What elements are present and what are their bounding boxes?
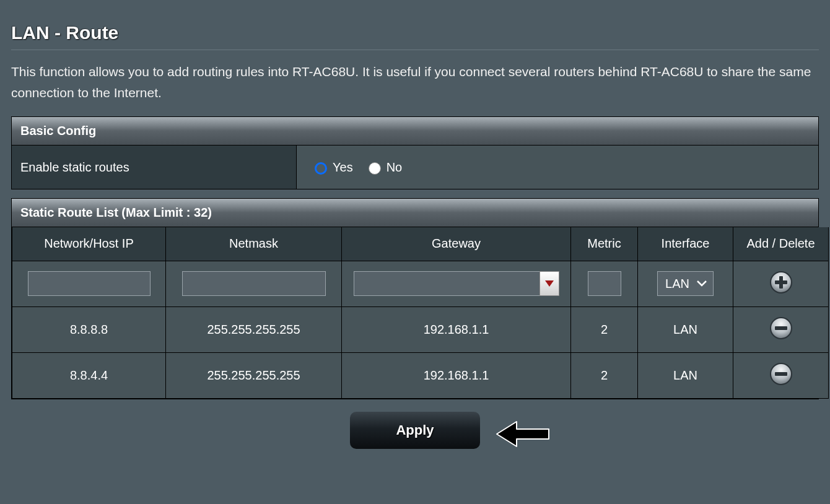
col-header-action: Add / Delete	[733, 227, 829, 261]
route-cell-metric: 2	[571, 352, 638, 398]
basic-config-panel: Basic Config Enable static routes Yes No	[11, 116, 819, 189]
basic-config-header: Basic Config	[12, 117, 818, 146]
route-cell-netmask: 255.255.255.255	[166, 306, 342, 352]
page-title: LAN - Route	[11, 22, 819, 43]
route-cell-gateway: 192.168.1.1	[342, 306, 571, 352]
radio-no[interactable]	[369, 162, 381, 175]
route-cell-ip: 8.8.8.8	[12, 306, 166, 352]
interface-select-value: LAN	[665, 277, 689, 291]
title-divider	[11, 50, 819, 50]
triangle-down-icon	[545, 280, 554, 287]
col-header-netmask: Netmask	[166, 227, 342, 261]
minus-circle-icon	[769, 362, 793, 386]
metric-input[interactable]	[588, 271, 621, 296]
radio-yes-label: Yes	[333, 160, 353, 175]
chevron-down-icon	[697, 280, 707, 287]
route-row: 8.8.4.4 255.255.255.255 192.168.1.1 2 LA…	[12, 352, 829, 398]
col-header-interface: Interface	[638, 227, 733, 261]
apply-row: Apply	[11, 412, 819, 449]
enable-static-routes-value: Yes No	[297, 146, 818, 189]
route-table-header-row: Network/Host IP Netmask Gateway Metric I…	[12, 227, 829, 261]
delete-route-button[interactable]	[769, 316, 793, 341]
svg-rect-5	[775, 326, 787, 330]
route-table: Network/Host IP Netmask Gateway Metric I…	[12, 227, 829, 399]
svg-rect-3	[775, 280, 787, 284]
radio-yes[interactable]	[315, 162, 327, 175]
route-list-header: Static Route List (Max Limit : 32)	[12, 199, 818, 227]
add-route-button[interactable]	[769, 270, 793, 295]
apply-button[interactable]: Apply	[350, 412, 480, 449]
route-row: 8.8.8.8 255.255.255.255 192.168.1.1 2 LA…	[12, 306, 829, 352]
radio-yes-wrap[interactable]: Yes	[312, 160, 353, 175]
col-header-ip: Network/Host IP	[12, 227, 166, 261]
route-cell-gateway: 192.168.1.1	[342, 352, 571, 398]
minus-circle-icon	[769, 316, 793, 340]
enable-static-routes-row: Enable static routes Yes No	[12, 146, 818, 189]
route-cell-netmask: 255.255.255.255	[166, 352, 342, 398]
svg-marker-8	[497, 422, 549, 446]
arrow-left-icon	[496, 419, 551, 451]
plus-circle-icon	[769, 271, 793, 294]
gateway-dropdown-button[interactable]	[540, 271, 559, 296]
page-description: This function allows you to add routing …	[11, 61, 819, 103]
radio-no-wrap[interactable]: No	[365, 160, 403, 175]
route-cell-ip: 8.8.4.4	[12, 352, 166, 398]
ip-input[interactable]	[28, 271, 151, 296]
route-cell-interface: LAN	[638, 306, 733, 352]
svg-marker-0	[545, 280, 554, 287]
route-cell-metric: 2	[571, 306, 638, 352]
enable-static-routes-label: Enable static routes	[12, 146, 297, 189]
delete-route-button[interactable]	[769, 362, 793, 386]
col-header-gateway: Gateway	[342, 227, 571, 261]
radio-no-label: No	[387, 160, 403, 175]
route-cell-interface: LAN	[638, 352, 733, 398]
gateway-input[interactable]	[354, 271, 540, 296]
route-list-panel: Static Route List (Max Limit : 32) Netwo…	[11, 198, 819, 399]
route-input-row: LAN	[12, 261, 829, 306]
col-header-metric: Metric	[571, 227, 638, 261]
svg-rect-7	[775, 372, 787, 376]
interface-select[interactable]: LAN	[657, 271, 714, 296]
netmask-input[interactable]	[182, 271, 326, 296]
